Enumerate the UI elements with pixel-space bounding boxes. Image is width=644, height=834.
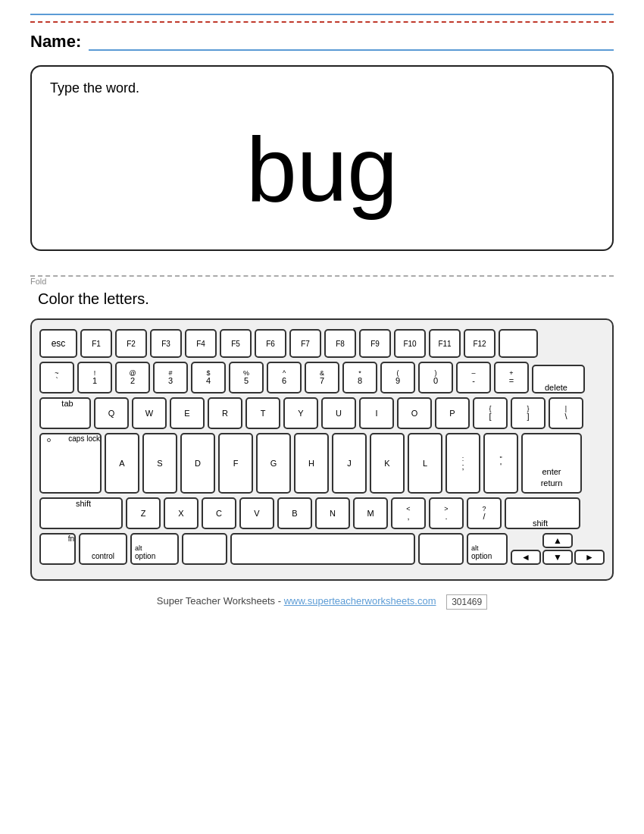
key-shift-left[interactable]: shift: [39, 497, 123, 529]
key-z[interactable]: Z: [126, 497, 161, 529]
key-semicolon[interactable]: : ;: [445, 433, 480, 494]
key-0[interactable]: ) 0: [418, 362, 453, 393]
key-d[interactable]: D: [180, 433, 215, 494]
key-1[interactable]: ! 1: [77, 362, 112, 393]
key-esc-label: esc: [52, 338, 66, 349]
key-f9[interactable]: F9: [359, 329, 391, 358]
name-input-line[interactable]: [89, 33, 614, 51]
key-k[interactable]: K: [370, 433, 405, 494]
key-n[interactable]: N: [315, 497, 350, 529]
key-a[interactable]: A: [105, 433, 139, 494]
key-arrow-right[interactable]: ►: [574, 550, 605, 565]
key-3[interactable]: # 3: [153, 362, 188, 393]
key-slash[interactable]: ? /: [467, 497, 502, 529]
key-c[interactable]: C: [202, 497, 236, 529]
key-j[interactable]: J: [332, 433, 367, 494]
keyboard-row-5: shift Z X C V B N M < , > . ? / shift: [39, 497, 605, 529]
key-6[interactable]: ^ 6: [267, 362, 302, 393]
key-tab[interactable]: tab: [39, 397, 91, 429]
key-t[interactable]: T: [245, 397, 280, 429]
keyboard-row-3: tab Q W E R T Y U I O P { [ } ] | \: [39, 397, 605, 429]
fold-line-area: Fold: [30, 268, 614, 283]
word-box: Type the word. bug: [30, 65, 614, 251]
word-display: bug: [50, 104, 594, 227]
fold-label: Fold: [30, 277, 49, 286]
key-esc[interactable]: esc: [39, 329, 77, 358]
key-f10[interactable]: F10: [394, 329, 426, 358]
key-f5[interactable]: F5: [220, 329, 252, 358]
keyboard-row-1: esc F1 F2 F3 F4 F5 F6 F7 F8 F9 F10 F11 F…: [39, 329, 605, 358]
key-option-right[interactable]: alt option: [467, 533, 508, 565]
key-f6[interactable]: F6: [255, 329, 286, 358]
name-label: Name:: [30, 32, 81, 52]
key-backslash[interactable]: | \: [549, 397, 583, 429]
key-equals[interactable]: + =: [494, 362, 529, 393]
key-m[interactable]: M: [353, 497, 388, 529]
key-f7[interactable]: F7: [289, 329, 321, 358]
key-shift-right[interactable]: shift: [505, 497, 580, 529]
footer: Super Teacher Worksheets - www.superteac…: [30, 594, 614, 610]
key-quote[interactable]: " ': [483, 433, 518, 494]
key-power[interactable]: [499, 329, 538, 358]
footer-text: Super Teacher Worksheets -: [157, 595, 284, 607]
key-arrow-left[interactable]: ◄: [511, 550, 541, 565]
name-row: Name:: [30, 32, 614, 52]
key-i[interactable]: I: [359, 397, 394, 429]
arrow-keys-group: ▲ ◄ ▼ ►: [511, 533, 605, 565]
key-5[interactable]: % 5: [229, 362, 264, 393]
key-f1[interactable]: F1: [80, 329, 112, 358]
key-space[interactable]: [230, 533, 415, 565]
key-p[interactable]: P: [435, 397, 470, 429]
key-f[interactable]: F: [218, 433, 253, 494]
key-b[interactable]: B: [277, 497, 312, 529]
key-2[interactable]: @ 2: [115, 362, 150, 393]
key-arrow-down[interactable]: ▼: [542, 550, 573, 565]
keyboard: esc F1 F2 F3 F4 F5 F6 F7 F8 F9 F10 F11 F…: [30, 318, 614, 581]
key-q[interactable]: Q: [94, 397, 129, 429]
key-fn[interactable]: fn: [39, 533, 76, 565]
color-instruction: Color the letters.: [38, 290, 614, 308]
key-7[interactable]: & 7: [305, 362, 339, 393]
key-x[interactable]: X: [164, 497, 199, 529]
key-g[interactable]: G: [256, 433, 291, 494]
keyboard-row-6: fn control alt option alt option ▲ ◄ ▼ ►: [39, 533, 605, 565]
key-f8[interactable]: F8: [324, 329, 356, 358]
key-e[interactable]: E: [170, 397, 205, 429]
key-f11[interactable]: F11: [429, 329, 461, 358]
key-r[interactable]: R: [208, 397, 242, 429]
key-u[interactable]: U: [321, 397, 356, 429]
keyboard-row-2: ~ ` ! 1 @ 2 # 3 $ 4 % 5 ^ 6 & 7: [39, 362, 605, 393]
footer-id: 301469: [446, 594, 487, 610]
key-4[interactable]: $ 4: [191, 362, 226, 393]
key-h[interactable]: H: [294, 433, 329, 494]
key-y[interactable]: Y: [283, 397, 318, 429]
key-minus[interactable]: – -: [456, 362, 491, 393]
key-s[interactable]: S: [142, 433, 177, 494]
key-o[interactable]: O: [397, 397, 432, 429]
key-option-left[interactable]: alt option: [130, 533, 179, 565]
key-f4[interactable]: F4: [185, 329, 217, 358]
key-8[interactable]: * 8: [342, 362, 377, 393]
key-bracket-right[interactable]: } ]: [511, 397, 546, 429]
caps-lock-indicator: [47, 438, 51, 442]
key-f3[interactable]: F3: [150, 329, 182, 358]
key-arrow-up[interactable]: ▲: [542, 533, 573, 548]
key-enter[interactable]: enter return: [521, 433, 582, 494]
key-bracket-left[interactable]: { [: [473, 397, 508, 429]
key-9[interactable]: ( 9: [380, 362, 415, 393]
key-control[interactable]: control: [79, 533, 127, 565]
key-delete-label: delete: [545, 383, 567, 392]
key-delete[interactable]: delete: [532, 365, 585, 393]
key-cmd-right[interactable]: [418, 533, 464, 565]
key-f12[interactable]: F12: [464, 329, 496, 358]
key-l[interactable]: L: [408, 433, 442, 494]
key-cmd-left[interactable]: [182, 533, 227, 565]
key-backtick[interactable]: ~ `: [39, 362, 74, 393]
key-f2[interactable]: F2: [115, 329, 147, 358]
key-v[interactable]: V: [239, 497, 274, 529]
key-caps-lock[interactable]: caps lock: [39, 433, 102, 494]
footer-url[interactable]: www.superteacherworksheets.com: [284, 595, 436, 607]
key-period[interactable]: > .: [429, 497, 464, 529]
key-comma[interactable]: < ,: [391, 497, 426, 529]
key-w[interactable]: W: [132, 397, 167, 429]
